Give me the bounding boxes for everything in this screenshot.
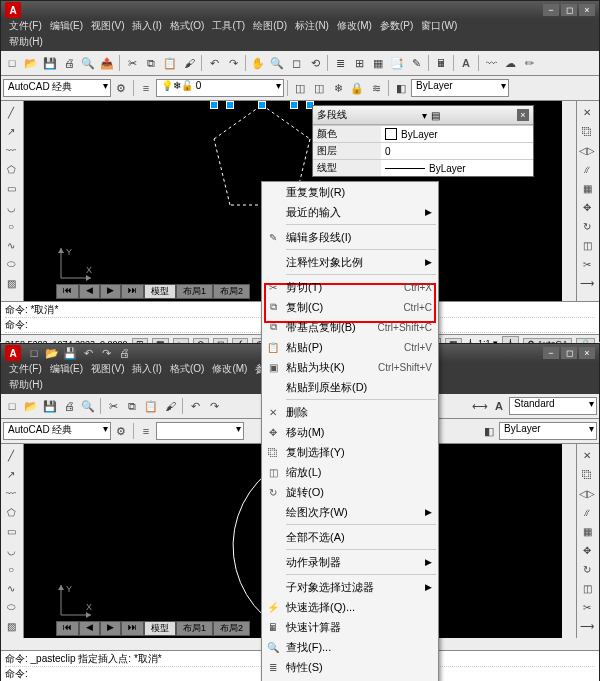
pline2-icon[interactable]: 〰 [1,141,21,159]
qprops-val[interactable]: ByLayer [381,160,533,176]
arc-icon[interactable]: ◡ [1,541,21,559]
tab-nav-last[interactable]: ⏭ [121,284,144,299]
layeriso-icon[interactable]: ◫ [291,79,309,97]
bylayer-dropdown[interactable]: ByLayer [411,79,509,97]
rotate-icon[interactable]: ↻ [577,217,597,235]
scale-icon[interactable]: ◫ [577,579,597,597]
pan-icon[interactable]: ✋ [249,54,267,72]
cut-icon[interactable]: ✂ [104,397,122,415]
menuitem-I[interactable]: ✎编辑多段线(I) [262,227,438,247]
save-icon[interactable]: 💾 [41,397,59,415]
gear-icon[interactable]: ⚙ [112,79,130,97]
open-icon[interactable]: 📂 [22,397,40,415]
grip[interactable] [290,101,298,109]
tab-nav-last[interactable]: ⏭ [121,621,144,636]
tab-nav-first[interactable]: ⏮ [56,621,79,636]
hatch-icon[interactable]: ▨ [1,274,21,292]
layer-states-icon[interactable]: ≡ [137,422,155,440]
vscrollbar[interactable] [562,444,576,638]
menu-param[interactable]: 参数(P) [376,19,417,35]
layerfrz-icon[interactable]: ❄ [329,79,347,97]
array-icon[interactable]: ▦ [577,179,597,197]
menu-draw[interactable]: 绘图(D) [249,19,291,35]
menuitem-L[interactable]: ◫缩放(L) [262,462,438,482]
menuitem-F[interactable]: 🔍查找(F)... [262,637,438,657]
ssm-icon[interactable]: 📑 [388,54,406,72]
close-icon[interactable]: × [517,109,529,121]
line-icon[interactable]: ╱ [1,103,21,121]
menuitem-A[interactable]: 全部不选(A) [262,527,438,547]
grip[interactable] [226,101,234,109]
extend-icon[interactable]: ⟶ [577,617,597,635]
redo-icon[interactable]: ↷ [205,397,223,415]
pline-icon[interactable]: 〰 [482,54,500,72]
menu-format[interactable]: 格式(O) [166,362,208,378]
hatch-icon[interactable]: ▨ [1,617,21,635]
bylayer-dropdown[interactable]: ByLayer [499,422,597,440]
match-icon[interactable]: 🖌 [161,397,179,415]
restore-button[interactable]: ◻ [561,4,577,16]
menu-format[interactable]: 格式(O) [166,19,208,35]
copy2-icon[interactable]: ⿻ [577,465,597,483]
new-icon[interactable]: □ [3,54,21,72]
menu-insert[interactable]: 插入(I) [128,362,165,378]
layer-dropdown[interactable] [156,422,244,440]
minimize-button[interactable]: − [543,4,559,16]
menuitem-Y[interactable]: ⿻复制选择(Y) [262,442,438,462]
rect-icon[interactable]: ▭ [1,179,21,197]
ellipse-icon[interactable]: ⬭ [1,255,21,273]
cut-icon[interactable]: ✂ [123,54,141,72]
close-button[interactable]: × [579,4,595,16]
rect-icon[interactable]: ▭ [1,522,21,540]
restore-button[interactable]: ◻ [561,347,577,359]
menuitem-K[interactable]: ▣粘贴为块(K)Ctrl+Shift+V [262,357,438,377]
menu-tools[interactable]: 工具(T) [208,19,249,35]
pline-icon[interactable]: 〰 [1,484,21,502]
move-icon[interactable]: ✥ [577,541,597,559]
menuitem-[interactable]: 子对象选择过滤器▶ [262,577,438,597]
qprint-icon[interactable]: 🖨 [115,344,133,362]
open-icon[interactable]: 📂 [22,54,40,72]
menuitem-[interactable]: 注释性对象比例▶ [262,252,438,272]
redo-icon[interactable]: ↷ [224,54,242,72]
quick-properties[interactable]: 多段线 ▾ ▤ × 颜色ByLayer 图层0 线型ByLayer [312,105,534,177]
menu-dim[interactable]: 标注(N) [291,19,333,35]
menuitem-[interactable]: 最近的输入▶ [262,202,438,222]
menu-help[interactable]: 帮助(H) [5,378,47,394]
tab-nav-prev[interactable]: ◀ [79,621,100,636]
zoom-icon[interactable]: 🔍 [268,54,286,72]
gear-icon[interactable]: ⚙ [112,422,130,440]
erase-icon[interactable]: ✕ [577,103,597,121]
undo-icon[interactable]: ↶ [186,397,204,415]
menu-modify[interactable]: 修改(M) [333,19,376,35]
qredo-icon[interactable]: ↷ [97,344,115,362]
menuitem-P[interactable]: 📋粘贴(P)Ctrl+V [262,337,438,357]
text-a-icon[interactable]: A [457,54,475,72]
preview-icon[interactable]: 🔍 [79,397,97,415]
new-icon[interactable]: □ [3,397,21,415]
menuitem-T[interactable]: ✂剪切(T)Ctrl+X [262,277,438,297]
layermatch-icon[interactable]: ≋ [367,79,385,97]
tab-nav-next[interactable]: ▶ [100,621,121,636]
undo-icon[interactable]: ↶ [205,54,223,72]
tab-layout2[interactable]: 布局2 [213,284,250,299]
qprops-val[interactable]: ByLayer [381,126,533,142]
preview-icon[interactable]: 🔍 [79,54,97,72]
menuitem-B[interactable]: ⧉带基点复制(B)Ctrl+Shift+C [262,317,438,337]
menuitem-O[interactable]: ↻旋转(O) [262,482,438,502]
menuitem-W[interactable]: 绘图次序(W)▶ [262,502,438,522]
layer-dropdown[interactable]: 💡❄🔓 0 [156,79,284,97]
trim-icon[interactable]: ✂ [577,598,597,616]
layeroff-icon[interactable]: ◫ [310,79,328,97]
tab-layout1[interactable]: 布局1 [176,621,213,636]
tab-model[interactable]: 模型 [144,284,176,299]
paste-icon[interactable]: 📋 [161,54,179,72]
save-icon[interactable]: 💾 [41,54,59,72]
menu-edit[interactable]: 编辑(E) [46,19,87,35]
polygon-icon[interactable]: ⬠ [1,160,21,178]
paste-icon[interactable]: 📋 [142,397,160,415]
menuitem-[interactable]: 动作录制器▶ [262,552,438,572]
standard-dropdown[interactable]: Standard [509,397,597,415]
xline-icon[interactable]: ↗ [1,465,21,483]
menu-insert[interactable]: 插入(I) [128,19,165,35]
